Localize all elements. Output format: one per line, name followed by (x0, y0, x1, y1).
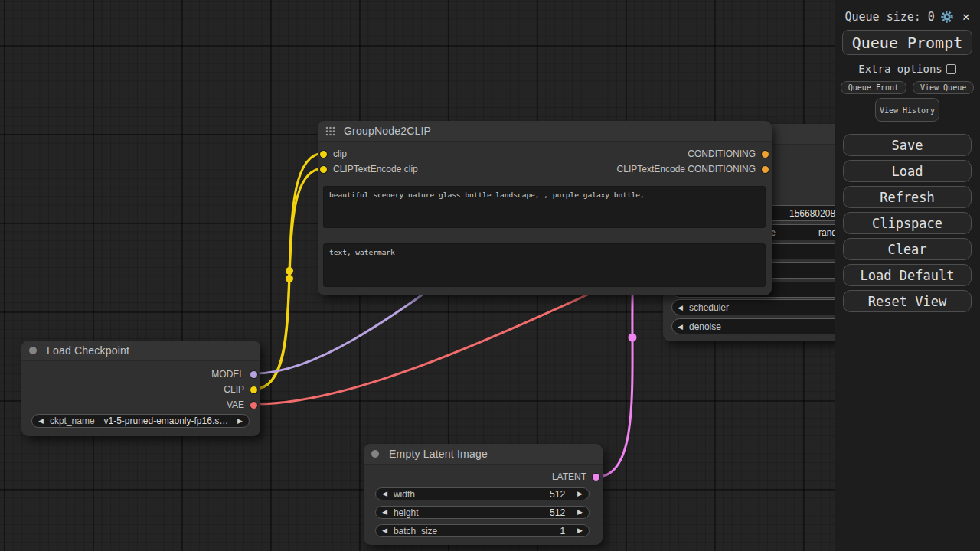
view-history-button[interactable]: View History (875, 98, 939, 122)
node-title: GroupNode2CLIP (344, 125, 431, 137)
height-value: 512 (550, 507, 565, 518)
batch-size-value: 1 (560, 526, 565, 536)
batch-size-label: batch_size (394, 526, 560, 536)
wire-midpoint-dot (629, 334, 637, 342)
refresh-button[interactable]: Refresh (843, 186, 972, 208)
width-label: width (394, 489, 550, 500)
wire-midpoint-dot (286, 267, 293, 275)
decrement-arrow-icon[interactable]: ◀ (678, 304, 683, 311)
extra-options-label: Extra options (858, 63, 942, 75)
latent-output-dot[interactable] (593, 474, 599, 481)
settings-gear-icon[interactable] (940, 10, 954, 24)
decrement-arrow-icon[interactable]: ◀ (38, 418, 44, 425)
node-load-checkpoint[interactable]: Load Checkpoint MODEL CLIP VAE ◀ ckpt_na… (21, 341, 260, 436)
slot-label: MODEL (211, 369, 244, 380)
clip-output-dot[interactable] (250, 386, 257, 393)
ckpt-name-label: ckpt_name (50, 416, 95, 426)
collapse-dot-icon[interactable] (29, 347, 37, 354)
decrement-arrow-icon[interactable]: ◀ (382, 527, 387, 534)
slot-label: CONDITIONING (688, 148, 756, 159)
node-title: Load Checkpoint (47, 344, 129, 357)
increment-arrow-icon[interactable]: ▶ (577, 509, 583, 516)
output-slot-vae: VAE (227, 399, 257, 411)
slot-label: CLIP (224, 384, 244, 395)
width-value: 512 (550, 489, 565, 500)
scheduler-label: scheduler (689, 302, 729, 313)
clip-input-dot[interactable] (320, 151, 327, 158)
positive-prompt-textarea[interactable]: beautiful scenery nature glass bottle la… (323, 186, 766, 228)
width-widget[interactable]: ◀ width 512 ▶ (375, 487, 590, 500)
view-queue-button[interactable]: View Queue (913, 81, 974, 94)
slot-label: CLIPTextEncode CONDITIONING (617, 164, 756, 174)
slot-label: CLIPTextEncode clip (333, 164, 418, 174)
seed-value: 1566802087 (789, 208, 841, 219)
slot-label: VAE (227, 399, 244, 410)
output-slot-clip: CLIP (224, 383, 257, 396)
queue-size-text: Queue size: 0 (844, 10, 934, 24)
save-button[interactable]: Save (843, 134, 972, 156)
increment-arrow-icon[interactable]: ▶ (237, 418, 243, 425)
queue-front-button[interactable]: Queue Front (841, 81, 906, 94)
clip-input-dot[interactable] (320, 166, 327, 173)
output-slot-model: MODEL (211, 368, 257, 380)
clipspace-button[interactable]: Clipspace (843, 212, 972, 234)
vae-output-dot[interactable] (250, 402, 257, 409)
output-slot-conditioning: CONDITIONING (688, 148, 769, 160)
extra-options-checkbox[interactable] (946, 64, 956, 74)
input-slot-clip: clip (320, 148, 347, 160)
reset-view-button[interactable]: Reset View (843, 290, 972, 312)
wire-clip-2 (255, 168, 324, 389)
node-groupnode2clip-header[interactable]: GroupNode2CLIP (318, 121, 772, 142)
conditioning-output-dot[interactable] (762, 166, 769, 173)
wire-midpoint-dot (286, 275, 293, 282)
clear-button[interactable]: Clear (843, 238, 972, 260)
node-title: Empty Latent Image (389, 448, 488, 460)
output-slot-latent: LATENT (552, 471, 599, 483)
ckpt-name-value: v1-5-pruned-emaonly-fp16.s… (95, 416, 237, 426)
slot-label: clip (333, 148, 347, 159)
queue-prompt-button[interactable]: Queue Prompt (842, 30, 972, 55)
increment-arrow-icon[interactable]: ▶ (577, 527, 583, 534)
node-groupnode2clip[interactable]: GroupNode2CLIP clip CLIPTextEncode clip … (318, 121, 772, 295)
decrement-arrow-icon[interactable]: ◀ (382, 509, 387, 516)
group-node-dots-icon (325, 126, 335, 136)
increment-arrow-icon[interactable]: ▶ (577, 491, 583, 497)
batch-size-widget[interactable]: ◀ batch_size 1 ▶ (375, 524, 590, 537)
load-default-button[interactable]: Load Default (843, 264, 972, 286)
decrement-arrow-icon[interactable]: ◀ (382, 491, 387, 497)
close-menu-icon[interactable]: ✕ (962, 11, 970, 23)
load-button[interactable]: Load (843, 160, 972, 182)
slot-label: LATENT (552, 471, 586, 482)
conditioning-output-dot[interactable] (762, 151, 769, 158)
ckpt-name-widget[interactable]: ◀ ckpt_name v1-5-pruned-emaonly-fp16.s… … (31, 414, 250, 428)
comfy-menu-panel: Queue size: 0 ✕ Queue Prompt Extra optio… (835, 0, 980, 551)
wire-clip-1 (255, 153, 324, 389)
denoise-label: denoise (689, 321, 721, 332)
queue-size-value: 0 (928, 10, 935, 24)
node-empty-latent-header[interactable]: Empty Latent Image (364, 444, 603, 465)
node-empty-latent-image[interactable]: Empty Latent Image LATENT ◀ width 512 ▶ … (364, 444, 603, 545)
height-widget[interactable]: ◀ height 512 ▶ (375, 506, 590, 519)
node-graph-canvas[interactable]: 1566802087 control_after_generate random… (0, 0, 980, 551)
decrement-arrow-icon[interactable]: ◀ (678, 323, 683, 330)
output-slot-cliptextencode-conditioning: CLIPTextEncode CONDITIONING (617, 163, 769, 175)
height-label: height (394, 507, 550, 518)
collapse-dot-icon[interactable] (371, 450, 379, 458)
input-slot-cliptextencode-clip: CLIPTextEncode clip (320, 163, 418, 175)
negative-prompt-textarea[interactable]: text, watermark (323, 243, 766, 287)
model-output-dot[interactable] (250, 371, 257, 378)
node-load-checkpoint-header[interactable]: Load Checkpoint (21, 341, 260, 361)
